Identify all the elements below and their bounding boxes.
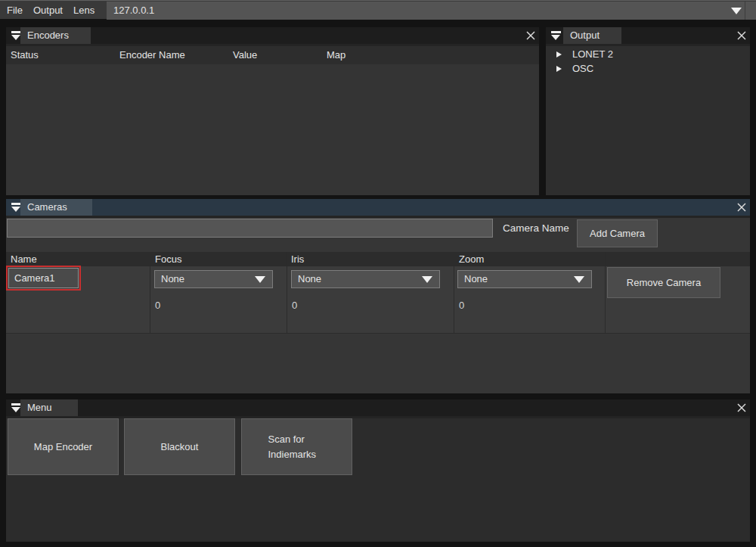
output-titlebar: Output <box>546 27 750 44</box>
encoders-panel: Encoders Status Encoder Name Value Map <box>6 27 539 195</box>
col-encoder-name: Encoder Name <box>119 46 185 64</box>
menu-output[interactable]: Output <box>33 5 63 16</box>
tab-menu[interactable]: Menu <box>20 399 78 416</box>
close-icon[interactable] <box>736 202 747 213</box>
close-icon[interactable] <box>525 30 536 41</box>
focus-dropdown[interactable]: None <box>154 270 273 288</box>
add-camera-button[interactable]: Add Camera <box>577 219 658 247</box>
host-address-value: 127.0.0.1 <box>113 5 154 16</box>
column-divider <box>454 252 454 334</box>
menu-lens[interactable]: Lens <box>73 5 94 16</box>
col-zoom: Zoom <box>459 252 484 266</box>
collapse-icon[interactable] <box>551 31 561 40</box>
tab-cameras-label: Cameras <box>27 201 67 213</box>
chevron-down-icon[interactable] <box>731 8 742 14</box>
zoom-value: 0 <box>459 300 464 311</box>
col-iris: Iris <box>291 252 304 266</box>
menu-titlebar: Menu <box>6 399 750 416</box>
close-icon[interactable] <box>736 30 747 41</box>
col-focus: Focus <box>155 252 181 266</box>
camera-name-label: Camera Name <box>503 219 569 238</box>
tab-output-label: Output <box>570 30 600 41</box>
focus-value: 0 <box>155 300 160 311</box>
tab-cameras[interactable]: Cameras <box>20 199 92 216</box>
map-encoder-button[interactable]: Map Encoder <box>8 418 119 475</box>
remove-camera-button[interactable]: Remove Camera <box>607 267 720 298</box>
combo-divider <box>745 2 745 20</box>
encoders-header: Status Encoder Name Value Map <box>6 46 539 64</box>
col-map: Map <box>327 46 345 64</box>
col-name: Name <box>11 252 37 266</box>
close-icon[interactable] <box>736 402 747 413</box>
menu-panel: Menu Map Encoder Blackout Scan for Indie… <box>6 399 750 542</box>
cameras-panel: Cameras Camera Name Add Camera Name Focu… <box>6 199 750 393</box>
col-status: Status <box>11 46 39 64</box>
column-divider <box>605 252 606 334</box>
tab-menu-label: Menu <box>27 402 52 413</box>
tab-encoders-label: Encoders <box>27 30 69 41</box>
host-address-combo[interactable]: 127.0.0.1 <box>107 2 756 20</box>
camera-name-input[interactable] <box>7 219 493 238</box>
col-value: Value <box>233 46 257 64</box>
column-divider <box>287 252 287 334</box>
menubar: File Output Lens 127.0.0.1 <box>0 0 756 19</box>
tab-encoders[interactable]: Encoders <box>20 27 91 44</box>
zoom-dropdown[interactable]: None <box>457 270 592 288</box>
tree-item-label: OSC <box>572 63 593 74</box>
blackout-button[interactable]: Blackout <box>124 418 235 475</box>
scan-indiemarks-button[interactable]: Scan for Indiemarks <box>241 418 352 475</box>
menu-items: File Output Lens <box>7 1 105 19</box>
tree-item-lonet2[interactable]: LONET 2 <box>556 47 613 61</box>
cameras-header: Name Focus Iris Zoom <box>6 252 750 266</box>
focus-dropdown-value: None <box>161 271 184 287</box>
output-panel: Output LONET 2 OSC <box>546 27 750 195</box>
column-divider <box>150 252 150 334</box>
expand-arrow-icon[interactable] <box>556 51 562 57</box>
zoom-dropdown-value: None <box>464 271 488 287</box>
menu-file[interactable]: File <box>7 5 23 16</box>
chevron-down-icon <box>422 276 432 283</box>
tab-output[interactable]: Output <box>563 27 621 44</box>
scan-indiemarks-label: Scan for Indiemarks <box>268 432 326 462</box>
cameras-titlebar: Cameras <box>6 199 750 216</box>
encoders-titlebar: Encoders <box>6 27 539 44</box>
iris-value: 0 <box>292 300 297 311</box>
chevron-down-icon <box>574 276 584 283</box>
tree-item-label: LONET 2 <box>572 48 613 60</box>
encoders-body <box>6 44 539 195</box>
camera-name-cell[interactable]: Camera1 <box>8 268 79 288</box>
iris-dropdown-value: None <box>298 271 321 287</box>
expand-arrow-icon[interactable] <box>556 66 562 72</box>
chevron-down-icon <box>255 276 265 283</box>
iris-dropdown[interactable]: None <box>291 270 440 288</box>
tree-item-osc[interactable]: OSC <box>556 61 593 76</box>
